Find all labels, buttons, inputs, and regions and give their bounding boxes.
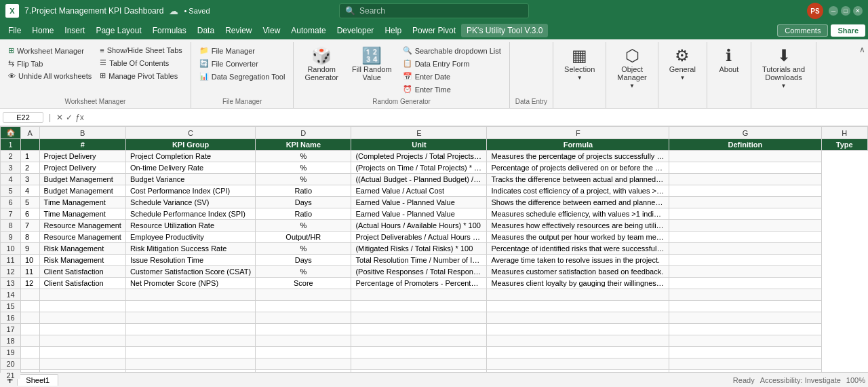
cell-3g[interactable] [669,162,821,174]
cell-4a[interactable]: 3 [21,174,40,185]
cell-8b[interactable]: Resource Management [39,220,125,232]
cell-13f[interactable]: Measures client loyalty by gauging their… [487,278,669,289]
cell-10b[interactable]: Risk Management [39,243,125,255]
cell-11c[interactable]: Issue Resolution Time [125,255,255,266]
cell-13d[interactable]: Score [256,278,351,289]
cell-13b[interactable]: Client Satisfaction [39,278,125,289]
enter-date-button[interactable]: 📅 Enter Date [400,71,504,82]
cell-12f[interactable]: Measures customer satisfaction based on … [487,266,669,278]
cell-12e[interactable]: (Positive Responses / Total Responses) *… [351,266,487,278]
cell-7b[interactable]: Time Management [39,208,125,220]
cell-8g[interactable] [669,220,821,232]
cell-9e[interactable]: Project Deliverables / Actual Hours Work… [351,232,487,243]
cell-7f[interactable]: Measures schedule efficiency, with value… [487,208,669,220]
cell-2g[interactable] [669,151,821,162]
cell-8f[interactable]: Measures how effectively resources are b… [487,220,669,232]
cell-5d[interactable]: Ratio [256,185,351,197]
cell-9b[interactable]: Resource Management [39,232,125,243]
col-g-header[interactable]: Definition [669,139,821,151]
file-converter-button[interactable]: 🔄 File Converter [197,58,288,69]
cell-9f[interactable]: Measures the output per hour worked by t… [487,232,669,243]
cell-6e[interactable]: Earned Value - Planned Value [351,197,487,208]
menu-file[interactable]: File [3,24,26,37]
col-f-header[interactable]: Formula [487,139,669,151]
col-c-header[interactable]: KPI Group [125,139,255,151]
col-header-D[interactable]: D [256,127,351,139]
cell-12d[interactable]: % [256,266,351,278]
cell-11e[interactable]: Total Resolution Time / Number of Issues [351,255,487,266]
object-manager-button[interactable]: ⬡ ObjectManager ▼ [612,45,652,92]
cell-7a[interactable]: 6 [21,208,40,220]
menu-review[interactable]: Review [220,24,257,37]
saved-label[interactable]: • Saved [184,7,210,15]
cell-3c[interactable]: On-time Delivery Rate [125,162,255,174]
cell-5g[interactable] [669,185,821,197]
cell-7e[interactable]: Earned Value - Planned Value [351,208,487,220]
cell-8a[interactable]: 7 [21,220,40,232]
cell-9a[interactable]: 8 [21,232,40,243]
cancel-formula-icon[interactable]: ✕ [56,113,63,122]
cell-10f[interactable]: Percentage of identified risks that were… [487,243,669,255]
cell-2d[interactable]: % [256,151,351,162]
cell-2f[interactable]: Measures the percentage of projects succ… [487,151,669,162]
cell-6f[interactable]: Shows the difference between earned and … [487,197,669,208]
comments-button[interactable]: Comments [777,24,828,37]
cell-12c[interactable]: Customer Satisfaction Score (CSAT) [125,266,255,278]
cell-7c[interactable]: Schedule Performance Index (SPI) [125,208,255,220]
cell-11a[interactable]: 10 [21,255,40,266]
sheet-tab[interactable]: Sheet1 [17,374,58,379]
close-button[interactable]: ✕ [853,6,863,16]
cell-2e[interactable]: (Completed Projects / Total Projects) * … [351,151,487,162]
cell-6d[interactable]: Days [256,197,351,208]
col-header-E[interactable]: E [351,127,487,139]
cell-5c[interactable]: Cost Performance Index (CPI) [125,185,255,197]
ribbon-expand-button[interactable]: ∧ [856,42,868,108]
col-d-header[interactable]: KPI Name [256,139,351,151]
col-e-header[interactable]: Unit [351,139,487,151]
cell-12a[interactable]: 11 [21,266,40,278]
data-segregation-button[interactable]: 📊 Data Segregation Tool [197,71,288,82]
col-header-A[interactable]: A [21,127,40,139]
search-input[interactable] [359,6,523,16]
menu-formulas[interactable]: Formulas [147,24,192,37]
cell-8d[interactable]: % [256,220,351,232]
cell-10g[interactable] [669,243,821,255]
menu-page-layout[interactable]: Page Layout [90,24,146,37]
cell-4e[interactable]: ((Actual Budget - Planned Budget) / Plan… [351,174,487,185]
table-of-contents-button[interactable]: ☰ Table Of Contents [97,57,185,69]
cell-7d[interactable]: Ratio [256,208,351,220]
enter-time-button[interactable]: ⏰ Enter Time [400,84,504,95]
manage-pivot-button[interactable]: ⊞ Manage Pivot Tables [97,70,185,81]
cell-7g[interactable] [669,208,821,220]
cell-13c[interactable]: Net Promoter Score (NPS) [125,278,255,289]
cell-12g[interactable] [669,266,821,278]
cell-9g[interactable] [669,232,821,243]
file-manager-button[interactable]: 📁 File Manager [197,45,288,56]
menu-insert[interactable]: Insert [59,24,90,37]
cell-11g[interactable] [669,255,821,266]
cell-9c[interactable]: Employee Productivity [125,232,255,243]
cell-5b[interactable]: Budget Management [39,185,125,197]
menu-view[interactable]: View [258,24,286,37]
col-h-header[interactable]: Type [821,139,867,151]
cell-6g[interactable] [669,197,821,208]
formula-input[interactable] [87,113,865,122]
maximize-button[interactable]: □ [841,6,850,16]
cell-2a[interactable]: 1 [21,151,40,162]
menu-pk-utility[interactable]: PK's Utility Tool V.3.0 [461,24,548,37]
menu-developer[interactable]: Developer [332,24,380,37]
data-entry-form-button[interactable]: 📋 Data Entry Form [400,58,504,69]
random-generator-button[interactable]: 🎲 RandomGenerator [299,45,344,84]
cell-3d[interactable]: % [256,162,351,174]
cell-4c[interactable]: Budget Variance [125,174,255,185]
searchable-dropdown-button[interactable]: 🔍 Searchable dropdown List [400,45,504,56]
col-header-H[interactable]: H [821,127,867,139]
cell-10c[interactable]: Risk Mitigation Success Rate [125,243,255,255]
cell-6b[interactable]: Time Management [39,197,125,208]
cell-13a[interactable]: 12 [21,278,40,289]
cell-8e[interactable]: (Actual Hours / Available Hours) * 100 [351,220,487,232]
cell-6c[interactable]: Schedule Variance (SV) [125,197,255,208]
cell-6a[interactable]: 5 [21,197,40,208]
general-button[interactable]: ⚙ General ▼ [664,45,701,84]
cell-11f[interactable]: Average time taken to resolve issues in … [487,255,669,266]
